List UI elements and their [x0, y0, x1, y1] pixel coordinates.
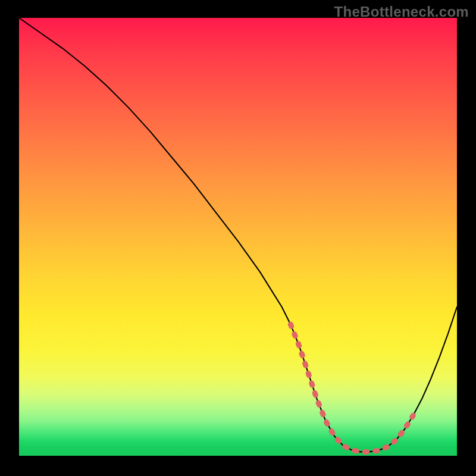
curve-svg	[19, 18, 457, 456]
watermark-label: TheBottleneck.com	[334, 4, 469, 20]
chart-container: TheBottleneck.com	[0, 0, 476, 476]
highlight-curve	[290, 324, 413, 452]
plot-area	[19, 18, 457, 456]
main-curve	[19, 18, 457, 452]
